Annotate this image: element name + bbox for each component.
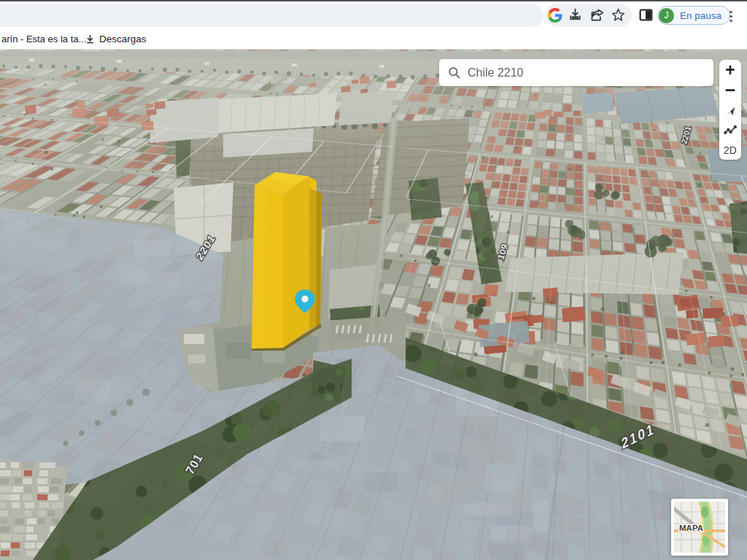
svg-text:MAPA: MAPA <box>679 524 703 532</box>
